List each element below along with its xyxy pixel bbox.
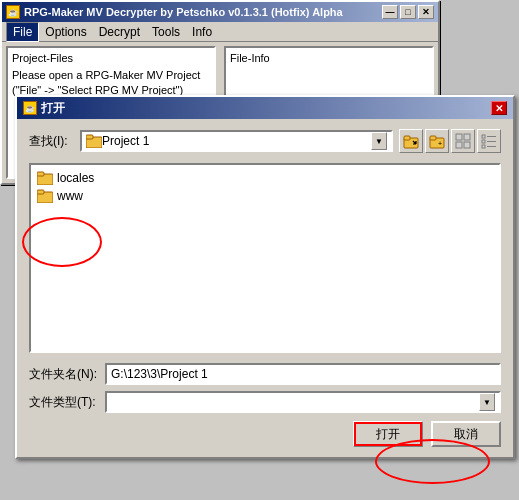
- menu-info[interactable]: Info: [186, 23, 218, 41]
- lookup-combo-arrow[interactable]: ▼: [371, 132, 387, 150]
- dialog-icon: ☕: [23, 101, 37, 115]
- menu-decrypt[interactable]: Decrypt: [93, 23, 146, 41]
- dialog-title-group: ☕ 打开: [23, 100, 65, 117]
- filename-row: 文件夹名(N):: [29, 363, 501, 385]
- svg-rect-8: [464, 134, 470, 140]
- bg-window-icon: ☕: [6, 5, 20, 19]
- menu-file[interactable]: File: [6, 22, 39, 42]
- list-item[interactable]: locales: [35, 169, 495, 187]
- dialog-buttons: 打开 取消: [29, 421, 501, 447]
- svg-rect-13: [482, 140, 485, 143]
- project-files-title: Project-Files: [12, 52, 210, 64]
- toolbar-icons: +: [399, 129, 501, 153]
- menu-tools[interactable]: Tools: [146, 23, 186, 41]
- bg-window-title: RPG-Maker MV Decrypter by Petschko v0.1.…: [24, 6, 343, 18]
- filetype-combo-arrow[interactable]: ▼: [479, 393, 495, 411]
- filename-label: 文件夹名(N):: [29, 366, 99, 383]
- svg-rect-11: [482, 135, 485, 138]
- svg-rect-7: [456, 134, 462, 140]
- filename-input[interactable]: [105, 363, 501, 385]
- lookup-row: 查找(I): Project 1 ▼: [29, 129, 501, 153]
- bg-window-controls: — □ ✕: [382, 5, 434, 19]
- dialog-body: 查找(I): Project 1 ▼: [17, 119, 513, 457]
- svg-rect-15: [482, 145, 485, 148]
- bg-menubar: File Options Decrypt Tools Info: [2, 22, 438, 42]
- svg-rect-3: [404, 136, 410, 140]
- dialog-title: 打开: [41, 100, 65, 117]
- list-view-button[interactable]: [477, 129, 501, 153]
- lookup-folder-icon: [86, 134, 102, 148]
- project-files-text1: Please open a RPG-Maker MV Project: [12, 68, 210, 83]
- filetype-row: 文件类型(T): ▼: [29, 391, 501, 413]
- file-list-area[interactable]: locales www: [29, 163, 501, 353]
- filetype-combo[interactable]: ▼: [105, 391, 501, 413]
- up-folder-button[interactable]: [399, 129, 423, 153]
- dialog-titlebar: ☕ 打开 ✕: [17, 97, 513, 119]
- lookup-combo-text: Project 1: [102, 134, 371, 148]
- cancel-button[interactable]: 取消: [431, 421, 501, 447]
- www-folder-icon: [37, 189, 53, 203]
- lookup-combo[interactable]: Project 1 ▼: [80, 130, 393, 152]
- list-item[interactable]: www: [35, 187, 495, 205]
- locales-folder-icon: [37, 171, 53, 185]
- bg-title-group: ☕ RPG-Maker MV Decrypter by Petschko v0.…: [6, 5, 343, 19]
- svg-rect-20: [37, 190, 44, 194]
- www-folder-label: www: [57, 189, 83, 203]
- svg-rect-10: [464, 142, 470, 148]
- svg-rect-9: [456, 142, 462, 148]
- filetype-label: 文件类型(T):: [29, 394, 99, 411]
- bg-maximize-button[interactable]: □: [400, 5, 416, 19]
- file-bottom-rows: 文件夹名(N): 文件类型(T): ▼: [29, 363, 501, 413]
- bg-minimize-button[interactable]: —: [382, 5, 398, 19]
- bg-titlebar: ☕ RPG-Maker MV Decrypter by Petschko v0.…: [2, 2, 438, 22]
- menu-options[interactable]: Options: [39, 23, 92, 41]
- lookup-label: 查找(I):: [29, 133, 74, 150]
- svg-rect-5: [430, 136, 436, 140]
- svg-text:+: +: [438, 140, 442, 147]
- locales-folder-label: locales: [57, 171, 94, 185]
- dialog-close-button[interactable]: ✕: [491, 101, 507, 115]
- new-folder-button[interactable]: +: [425, 129, 449, 153]
- open-dialog: ☕ 打开 ✕ 查找(I): Project 1 ▼: [15, 95, 515, 459]
- svg-rect-1: [86, 135, 93, 139]
- large-icons-button[interactable]: [451, 129, 475, 153]
- svg-rect-18: [37, 172, 44, 176]
- open-button[interactable]: 打开: [353, 421, 423, 447]
- file-info-title: File-Info: [230, 52, 428, 64]
- bg-close-button[interactable]: ✕: [418, 5, 434, 19]
